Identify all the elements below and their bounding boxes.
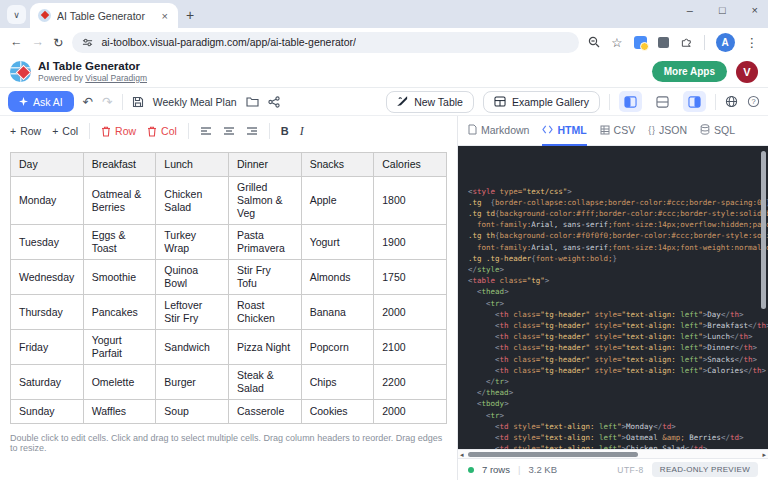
code-vertical-scrollbar[interactable] xyxy=(761,151,766,309)
open-folder-icon[interactable] xyxy=(246,96,259,107)
tab-json[interactable]: { } JSON xyxy=(648,116,687,146)
table-cell[interactable]: 2000 xyxy=(374,295,447,330)
table-cell[interactable]: Smoothie xyxy=(83,260,156,295)
table-cell[interactable]: Eggs & Toast xyxy=(83,225,156,260)
file-name[interactable]: Weekly Meal Plan xyxy=(153,96,237,108)
browser-menu-icon[interactable]: ⋮ xyxy=(746,35,759,50)
layout-split-left-button[interactable] xyxy=(619,91,642,112)
ask-ai-button[interactable]: Ask AI xyxy=(8,91,74,112)
column-header[interactable]: Snacks xyxy=(301,153,374,177)
code-content[interactable]: <style type="text/css">.tg {border-colla… xyxy=(458,146,768,449)
new-table-button[interactable]: New Table xyxy=(386,91,474,113)
more-apps-button[interactable]: More Apps xyxy=(652,61,727,82)
extensions-puzzle-icon[interactable] xyxy=(680,36,693,49)
table-cell[interactable]: Wednesday xyxy=(11,260,84,295)
add-col-button[interactable]: + Col xyxy=(52,125,78,137)
table-cell[interactable]: Omelette xyxy=(83,365,156,400)
horizontal-scroll-thumb[interactable] xyxy=(468,452,638,457)
column-header[interactable]: Breakfast xyxy=(83,153,156,177)
bookmark-star-icon[interactable]: ☆ xyxy=(611,35,622,50)
column-header[interactable]: Day xyxy=(11,153,84,177)
tab-csv[interactable]: CSV xyxy=(600,116,636,146)
tab-markdown[interactable]: Markdown xyxy=(468,116,529,146)
share-icon[interactable] xyxy=(268,96,280,108)
table-cell[interactable]: Saturday xyxy=(11,365,84,400)
redo-button[interactable]: ↷ xyxy=(102,94,112,109)
table-cell[interactable]: Apple xyxy=(301,177,374,225)
table-cell[interactable]: Grilled Salmon & Veg xyxy=(228,177,301,225)
table-cell[interactable]: Oatmeal & Berries xyxy=(83,177,156,225)
table-cell[interactable]: Stir Fry Tofu xyxy=(228,260,301,295)
reload-button[interactable]: ↻ xyxy=(53,35,63,50)
extension-colored-icon[interactable] xyxy=(634,36,647,49)
code-horizontal-scrollbar[interactable]: ◂ ▸ xyxy=(458,449,768,458)
table-cell[interactable]: 2000 xyxy=(374,400,447,424)
site-settings-icon[interactable] xyxy=(82,37,93,48)
table-cell[interactable]: Tuesday xyxy=(11,225,84,260)
language-globe-icon[interactable] xyxy=(725,95,738,108)
table-cell[interactable]: Monday xyxy=(11,177,84,225)
bold-button[interactable]: B xyxy=(281,125,289,137)
table-cell[interactable]: Casserole xyxy=(228,400,301,424)
align-right-button[interactable] xyxy=(246,126,258,136)
scroll-right-arrow[interactable]: ▸ xyxy=(762,450,766,459)
window-maximize-button[interactable]: □ xyxy=(719,4,726,16)
table-cell[interactable]: Popcorn xyxy=(301,330,374,365)
back-button[interactable]: ← xyxy=(10,35,23,49)
table-cell[interactable]: Friday xyxy=(11,330,84,365)
table-cell[interactable]: Quinoa Bowl xyxy=(156,260,229,295)
table-cell[interactable]: Almonds xyxy=(301,260,374,295)
delete-col-button[interactable]: Col xyxy=(147,125,177,137)
table-cell[interactable]: Yogurt Parfait xyxy=(83,330,156,365)
zoom-icon[interactable] xyxy=(588,36,600,48)
browser-profile-avatar[interactable]: A xyxy=(716,33,735,52)
table-cell[interactable]: Pizza Night xyxy=(228,330,301,365)
save-icon[interactable] xyxy=(132,96,144,108)
tab-search-button[interactable]: ∨ xyxy=(7,5,26,24)
tab-html[interactable]: HTML xyxy=(542,116,586,146)
table-cell[interactable]: Cookies xyxy=(301,400,374,424)
table-cell[interactable]: 1800 xyxy=(374,177,447,225)
table-cell[interactable]: Chips xyxy=(301,365,374,400)
undo-button[interactable]: ↶ xyxy=(83,94,93,109)
new-tab-button[interactable]: + xyxy=(186,7,194,23)
address-bar[interactable]: ai-toolbox.visual-paradigm.com/app/ai-ta… xyxy=(72,32,579,53)
table-cell[interactable]: Sunday xyxy=(11,400,84,424)
layout-split-bottom-button[interactable] xyxy=(651,91,674,112)
window-close-button[interactable]: × xyxy=(752,4,758,16)
tab-sql[interactable]: SQL xyxy=(700,116,735,146)
table-cell[interactable]: Sandwich xyxy=(156,330,229,365)
column-header[interactable]: Lunch xyxy=(156,153,229,177)
table-cell[interactable]: Roast Chicken xyxy=(228,295,301,330)
user-avatar[interactable]: V xyxy=(736,61,758,83)
table-cell[interactable]: Leftover Stir Fry xyxy=(156,295,229,330)
table-cell[interactable]: Thursday xyxy=(11,295,84,330)
layout-split-right-button[interactable] xyxy=(683,91,706,112)
table-cell[interactable]: Yogurt xyxy=(301,225,374,260)
table-cell[interactable]: 2200 xyxy=(374,365,447,400)
table-cell[interactable]: Chicken Salad xyxy=(156,177,229,225)
example-gallery-button[interactable]: Example Gallery xyxy=(483,91,600,113)
tab-close-icon[interactable]: × xyxy=(160,10,170,22)
meal-table[interactable]: DayBreakfastLunchDinnerSnacksCalories Mo… xyxy=(10,152,447,424)
column-header[interactable]: Calories xyxy=(374,153,447,177)
table-cell[interactable]: Steak & Salad xyxy=(228,365,301,400)
add-row-button[interactable]: + Row xyxy=(10,125,41,137)
delete-row-button[interactable]: Row xyxy=(101,125,136,137)
extension-dark-icon[interactable] xyxy=(658,37,669,48)
table-cell[interactable]: Banana xyxy=(301,295,374,330)
table-cell[interactable]: Soup xyxy=(156,400,229,424)
scroll-left-arrow[interactable]: ◂ xyxy=(460,450,464,459)
table-cell[interactable]: Pasta Primavera xyxy=(228,225,301,260)
visual-paradigm-link[interactable]: Visual Paradigm xyxy=(85,73,147,83)
browser-tab[interactable]: AI Table Generator × xyxy=(30,3,178,28)
table-cell[interactable]: Waffles xyxy=(83,400,156,424)
italic-button[interactable]: I xyxy=(300,124,304,139)
table-cell[interactable]: 2100 xyxy=(374,330,447,365)
window-minimize-button[interactable]: – xyxy=(687,4,693,16)
column-header[interactable]: Dinner xyxy=(228,153,301,177)
table-cell[interactable]: Pancakes xyxy=(83,295,156,330)
align-center-button[interactable] xyxy=(223,126,235,136)
align-left-button[interactable] xyxy=(200,126,212,136)
help-icon[interactable]: ? xyxy=(747,95,760,108)
